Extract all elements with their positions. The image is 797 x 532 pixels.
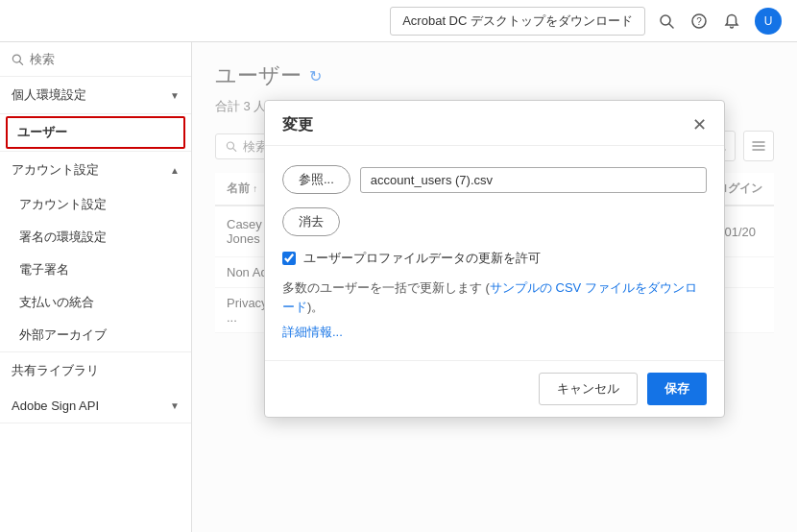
sidebar-search-input[interactable] [30,52,180,66]
modal-header: 変更 ✕ [265,101,724,146]
adobe-sign-api-label: Adobe Sign API [12,399,99,413]
info-text-after: )。 [307,300,324,314]
checkbox-row: ユーザープロファイルデータの更新を許可 [282,250,707,267]
sidebar-personal-settings-header[interactable]: 個人環境設定 ▼ [0,77,191,113]
info-text: 多数のユーザーを一括で更新します (サンプルの CSV ファイルをダウンロード)… [282,278,707,316]
personal-settings-label: 個人環境設定 [12,86,86,104]
sidebar-item-billing[interactable]: 支払いの統合 [0,286,191,319]
modal-close-button[interactable]: ✕ [692,114,707,135]
header-icon-group: ? U [657,8,782,35]
info-text-before: 多数のユーザーを一括で更新します ( [282,280,490,295]
sidebar-item-users[interactable]: ユーザー [6,116,185,149]
sidebar-search-container [0,42,191,77]
svg-line-5 [19,61,22,64]
app-header: Acrobat DC デスクトップをダウンロード ? U [0,0,797,42]
change-modal: 変更 ✕ 参照... account_users (7).csv 消去 ユーザー… [264,100,725,418]
main-content: ユーザー ↻ 合計 3 人のユーザーがいます (3 人がアクティブ)。 👆 [192,42,797,532]
user-label: ユーザー [17,125,67,139]
help-icon[interactable]: ? [689,12,709,31]
delete-button[interactable]: 消去 [282,207,340,236]
sidebar-section-account: アカウント設定 ▲ アカウント設定 署名の環境設定 電子署名 支払いの統合 外部… [0,152,191,352]
modal-footer: キャンセル 保存 [265,360,724,417]
sidebar-item-e-signature[interactable]: 電子署名 [0,254,191,286]
svg-line-1 [669,24,673,28]
sidebar-item-external-archive[interactable]: 外部アーカイブ [0,319,191,351]
details-link[interactable]: 詳細情報... [282,325,343,339]
browse-button[interactable]: 参照... [282,165,350,194]
main-layout: 個人環境設定 ▼ ユーザー アカウント設定 ▲ アカウント設定 署名の環境設定 … [0,42,797,532]
sidebar-item-shared-library[interactable]: 共有ライブラリ [0,352,191,389]
sidebar-section-personal: 個人環境設定 ▼ [0,77,191,114]
avatar[interactable]: U [755,8,782,35]
save-button[interactable]: 保存 [647,373,707,405]
modal-overlay: 変更 ✕ 参照... account_users (7).csv 消去 ユーザー… [192,42,797,532]
cancel-button[interactable]: キャンセル [539,373,638,405]
chevron-down-icon-api: ▼ [170,400,180,411]
sidebar-item-account-settings[interactable]: アカウント設定 [0,188,191,221]
modal-body: 参照... account_users (7).csv 消去 ユーザープロファイ… [265,146,724,360]
sidebar: 個人環境設定 ▼ ユーザー アカウント設定 ▲ アカウント設定 署名の環境設定 … [0,42,192,532]
chevron-up-icon: ▲ [170,165,180,176]
bell-icon[interactable] [722,12,741,31]
download-button[interactable]: Acrobat DC デスクトップをダウンロード [390,7,645,36]
update-profile-checkbox[interactable] [282,252,296,265]
chevron-down-icon: ▼ [170,90,180,101]
svg-text:?: ? [696,16,702,27]
sidebar-account-settings-header[interactable]: アカウント設定 ▲ [0,152,191,188]
file-input-display: account_users (7).csv [360,167,707,193]
sidebar-search-icon [12,53,24,66]
file-row: 参照... account_users (7).csv [282,165,707,194]
sidebar-item-signature-settings[interactable]: 署名の環境設定 [0,221,191,254]
modal-title: 変更 [282,115,313,135]
account-settings-label: アカウント設定 [12,161,99,179]
search-icon[interactable] [657,12,676,31]
sidebar-api-header[interactable]: Adobe Sign API ▼ [0,389,191,423]
checkbox-label: ユーザープロファイルデータの更新を許可 [303,250,541,267]
sidebar-section-api: Adobe Sign API ▼ [0,389,191,423]
sidebar-section-users: ユーザー [0,114,191,152]
